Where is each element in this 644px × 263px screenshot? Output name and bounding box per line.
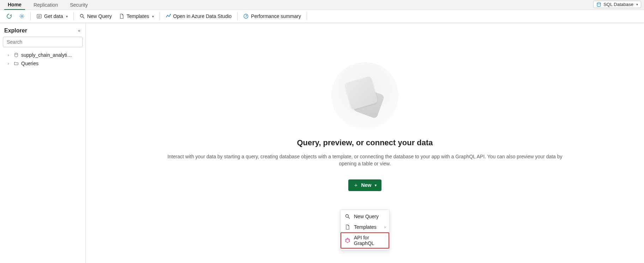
templates-label: Templates <box>127 13 149 19</box>
refresh-icon <box>6 13 12 19</box>
get-data-label: Get data <box>44 13 63 19</box>
chevron-right-icon: › <box>8 62 11 66</box>
hero-headline: Query, preview, or connect your data <box>297 138 433 147</box>
toolbar-refresh-button[interactable] <box>4 12 15 20</box>
context-sql-database[interactable]: SQL Database ▾ <box>593 1 641 8</box>
tab-home[interactable]: Home <box>4 0 25 10</box>
toolbar-separator <box>30 12 31 20</box>
dropdown-item-label: API for GraphQL <box>354 235 385 246</box>
body: Explorer « › supply_chain_analytics... ›… <box>0 23 644 263</box>
chevron-right-icon: › <box>8 53 11 57</box>
dropdown-item-templates[interactable]: Templates › <box>341 222 389 232</box>
chevron-down-icon: ▾ <box>66 14 68 18</box>
explorer-panel: Explorer « › supply_chain_analytics... ›… <box>0 23 86 263</box>
collapse-panel-icon[interactable]: « <box>77 27 81 34</box>
open-ads-button[interactable]: Open in Azure Data Studio <box>163 12 235 20</box>
graphql-icon <box>345 238 350 243</box>
dropdown-item-new-query[interactable]: New Query <box>341 211 389 222</box>
explorer-title: Explorer <box>4 27 27 34</box>
chevron-right-icon: › <box>384 225 386 229</box>
query-icon <box>345 214 350 219</box>
main-content: Query, preview, or connect your data Int… <box>86 23 644 263</box>
tab-security[interactable]: Security <box>66 0 91 10</box>
plus-icon: ＋ <box>353 182 359 189</box>
svg-point-3 <box>80 14 83 17</box>
tree-queries-node[interactable]: › Queries <box>3 59 83 68</box>
dropdown-item-api-graphql[interactable]: API for GraphQL <box>341 232 389 249</box>
hero-subtext: Interact with your data by starting a qu… <box>167 153 562 167</box>
svg-point-14 <box>345 241 346 242</box>
chevron-down-icon: ▾ <box>375 183 377 187</box>
svg-point-8 <box>346 215 349 218</box>
chevron-down-icon: ▾ <box>152 14 154 18</box>
toolbar: Get data ▾ New Query Templates ▾ Open in… <box>0 10 644 23</box>
svg-point-0 <box>597 2 601 4</box>
new-dropdown-menu: New Query Templates › API for GraphQL <box>340 209 390 250</box>
file-icon <box>345 224 350 230</box>
new-button-label: New <box>361 182 372 188</box>
toolbar-separator <box>307 12 307 20</box>
folder-icon <box>13 61 19 66</box>
svg-point-11 <box>349 239 350 240</box>
azure-data-studio-icon <box>165 13 171 19</box>
toolbar-settings-button[interactable] <box>16 12 28 20</box>
svg-point-10 <box>347 238 348 239</box>
performance-summary-button[interactable]: Performance summary <box>240 12 304 20</box>
svg-point-4 <box>170 14 171 15</box>
get-data-icon <box>36 13 42 19</box>
svg-point-15 <box>345 239 346 240</box>
toolbar-separator <box>237 12 237 20</box>
context-label: SQL Database <box>603 2 633 7</box>
get-data-button[interactable]: Get data ▾ <box>34 12 71 20</box>
explorer-header: Explorer « <box>3 27 83 37</box>
svg-point-6 <box>246 16 246 17</box>
gauge-icon <box>243 13 249 19</box>
new-button[interactable]: ＋ New ▾ <box>348 179 382 191</box>
new-query-button[interactable]: New Query <box>77 12 115 20</box>
svg-point-13 <box>347 242 348 243</box>
svg-point-7 <box>15 53 18 55</box>
new-query-label: New Query <box>87 13 112 19</box>
hero-illustration <box>331 62 398 129</box>
svg-point-12 <box>349 241 350 242</box>
tree-queries-label: Queries <box>21 61 38 66</box>
tree-database-node[interactable]: › supply_chain_analytics... <box>3 51 83 59</box>
file-icon <box>119 13 125 19</box>
open-ads-label: Open in Azure Data Studio <box>173 13 232 19</box>
gear-icon <box>19 13 25 19</box>
toolbar-separator <box>160 12 160 20</box>
explorer-search-input[interactable] <box>3 37 83 47</box>
database-icon <box>13 52 19 58</box>
top-tabbar: Home Replication Security SQL Database ▾ <box>0 0 644 10</box>
toolbar-separator <box>73 12 74 20</box>
tab-replication[interactable]: Replication <box>30 0 61 10</box>
performance-summary-label: Performance summary <box>251 13 301 19</box>
query-icon <box>79 13 85 19</box>
database-icon <box>596 2 601 7</box>
tree-database-label: supply_chain_analytics... <box>21 52 74 58</box>
dropdown-item-label: New Query <box>354 214 379 219</box>
svg-point-1 <box>21 16 23 17</box>
dropdown-item-label: Templates <box>354 224 377 230</box>
templates-button[interactable]: Templates ▾ <box>116 12 157 20</box>
chevron-down-icon: ▾ <box>636 2 638 6</box>
